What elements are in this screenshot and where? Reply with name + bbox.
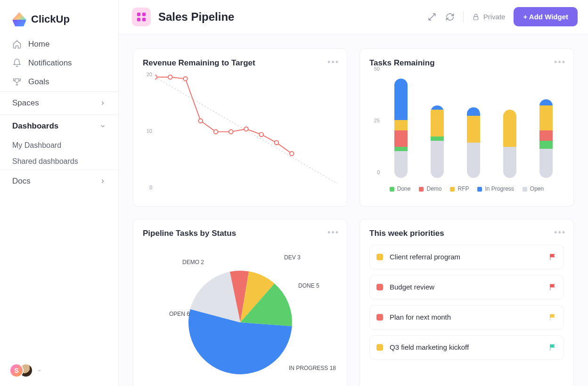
chart-legend: DoneDemoRFPIn ProgressOpen <box>369 185 564 192</box>
svg-point-9 <box>198 119 203 123</box>
chevron-right-icon <box>99 178 106 185</box>
pie-label-open: OPEN 6 <box>162 311 190 317</box>
sidebar-item-my-dashboard[interactable]: My Dashboard <box>0 137 118 153</box>
svg-point-14 <box>275 140 279 145</box>
priority-list: Client referral programBudget reviewPlan… <box>369 245 564 360</box>
refresh-icon[interactable] <box>445 12 455 22</box>
svg-rect-2 <box>137 18 140 21</box>
priority-text: Plan for next month <box>390 313 451 321</box>
pie-label-done: DONE 5 <box>298 282 319 289</box>
svg-rect-1 <box>142 13 146 16</box>
bar-column <box>431 105 444 178</box>
separator <box>463 11 464 23</box>
svg-point-12 <box>244 127 248 131</box>
priority-item[interactable]: Plan for next month <box>369 305 564 330</box>
sidebar-item-label: Home <box>28 40 49 49</box>
dashboard-icon <box>132 8 151 26</box>
chevron-right-icon <box>99 100 106 106</box>
home-icon <box>12 40 22 49</box>
svg-point-15 <box>290 152 294 156</box>
svg-point-10 <box>214 129 218 134</box>
priority-item[interactable]: Budget review <box>369 275 564 299</box>
pie-label-in-progress: IN PROGRESS 18 <box>289 365 336 371</box>
pie-chart: DEMO 2 DEV 3 DONE 5 OPEN 6 IN PROGRESS 1… <box>143 245 337 386</box>
svg-rect-4 <box>474 16 478 20</box>
chevron-down-icon <box>99 123 106 129</box>
more-icon[interactable]: ••• <box>554 228 566 238</box>
more-icon[interactable]: ••• <box>554 57 566 67</box>
bar-chart: 02550 <box>369 74 564 178</box>
sidebar-item-label: Goals <box>28 77 49 87</box>
status-dot <box>376 254 383 260</box>
expand-icon[interactable] <box>427 12 437 22</box>
legend-item: RFP <box>450 185 469 192</box>
brand-name: ClickUp <box>31 13 70 25</box>
svg-rect-3 <box>142 18 146 21</box>
logo-icon <box>12 12 26 26</box>
sidebar-section-dashboards[interactable]: Dashboards <box>0 114 118 137</box>
widget-title: Pipeline Tasks by Status <box>143 229 337 238</box>
flag-icon <box>548 283 557 291</box>
legend-item: Open <box>523 185 544 192</box>
section-label: Dashboards <box>12 121 58 131</box>
priority-text: Q3 field marketing kickoff <box>390 343 469 351</box>
page-title: Sales Pipeline <box>158 10 234 24</box>
sidebar-item-home[interactable]: Home <box>0 35 118 54</box>
bar-column <box>467 107 480 178</box>
sidebar-item-goals[interactable]: Goals <box>0 72 118 91</box>
avatar-initial: S <box>9 363 24 378</box>
sidebar-item-shared-dashboards[interactable]: Shared dashboards <box>0 153 118 169</box>
top-actions: Private + Add Widget <box>427 7 578 26</box>
widget-grid: Revenue Remaining to Target ••• 01020 Ta… <box>119 34 588 386</box>
line-chart: 01020 <box>143 74 337 197</box>
section-label: Docs <box>12 177 31 186</box>
lock-icon <box>472 13 480 21</box>
svg-point-7 <box>168 75 172 79</box>
main-area: Sales Pipeline Private + Add Widget Reve… <box>119 0 588 386</box>
sidebar: ClickUp Home Notifications Goals Spaces … <box>0 0 119 386</box>
flag-icon <box>548 253 557 261</box>
svg-point-11 <box>229 129 233 134</box>
widget-tasks-remaining: Tasks Remaining ••• 02550 DoneDemoRFPIn … <box>359 48 574 207</box>
widget-title: Revenue Remaining to Target <box>143 58 337 68</box>
section-label: Spaces <box>12 98 39 108</box>
more-icon[interactable]: ••• <box>327 228 339 238</box>
trophy-icon <box>12 77 22 87</box>
legend-item: Done <box>390 185 411 192</box>
chevron-down-icon <box>37 368 41 373</box>
sidebar-item-label: Notifications <box>28 58 72 68</box>
widget-title: Tasks Remaining <box>369 58 564 68</box>
sidebar-section-docs[interactable]: Docs <box>0 169 118 193</box>
bell-icon <box>12 58 22 68</box>
priority-item[interactable]: Client referral program <box>369 245 564 269</box>
widget-revenue-remaining: Revenue Remaining to Target ••• 01020 <box>133 48 347 207</box>
flag-icon <box>548 343 557 352</box>
widget-title: This week priorities <box>369 229 564 238</box>
sidebar-section-spaces[interactable]: Spaces <box>0 91 118 114</box>
status-dot <box>376 284 383 290</box>
widget-pipeline-by-status: Pipeline Tasks by Status ••• DEMO 2 DEV … <box>133 219 347 386</box>
svg-point-6 <box>155 75 157 79</box>
bar-column <box>503 110 516 178</box>
legend-item: In Progress <box>477 185 514 192</box>
more-icon[interactable]: ••• <box>327 57 339 67</box>
privacy-toggle[interactable]: Private <box>472 13 506 21</box>
pie-label-dev: DEV 3 <box>284 254 301 261</box>
priority-item[interactable]: Q3 field marketing kickoff <box>369 335 564 360</box>
widget-this-week-priorities: This week priorities ••• Client referral… <box>359 219 574 386</box>
pie-label-demo: DEMO 2 <box>176 259 204 265</box>
sidebar-footer[interactable]: S <box>0 355 118 386</box>
topbar: Sales Pipeline Private + Add Widget <box>119 0 588 34</box>
brand-logo[interactable]: ClickUp <box>0 0 118 35</box>
bar-column <box>394 79 408 178</box>
status-dot <box>376 344 383 351</box>
priority-text: Client referral program <box>390 253 460 261</box>
bar-column <box>539 99 553 178</box>
svg-point-13 <box>259 132 263 137</box>
sidebar-item-notifications[interactable]: Notifications <box>0 54 118 72</box>
svg-point-8 <box>183 77 188 81</box>
legend-item: Demo <box>419 185 441 192</box>
svg-rect-0 <box>137 13 140 16</box>
add-widget-button[interactable]: + Add Widget <box>514 7 578 26</box>
priority-text: Budget review <box>390 283 434 291</box>
